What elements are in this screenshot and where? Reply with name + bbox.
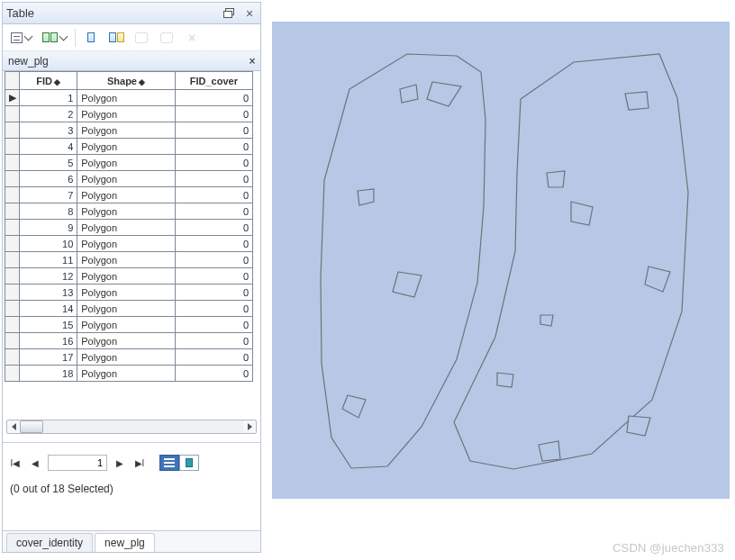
row-header-cell[interactable] bbox=[5, 187, 20, 203]
scroll-right-button[interactable] bbox=[242, 420, 257, 434]
cell-fid[interactable]: 3 bbox=[20, 122, 77, 139]
cell-shape[interactable]: Polygon bbox=[77, 301, 175, 317]
cell-fid[interactable]: 4 bbox=[20, 139, 77, 155]
table-row[interactable]: 16Polygon0 bbox=[5, 333, 253, 349]
cell-fid[interactable]: 8 bbox=[20, 203, 77, 220]
cell-fid[interactable]: 16 bbox=[20, 333, 77, 349]
row-header-cell[interactable] bbox=[5, 139, 20, 155]
cell-shape[interactable]: Polygon bbox=[77, 220, 175, 236]
show-all-records-button[interactable] bbox=[159, 455, 179, 471]
cell-fidcover[interactable]: 0 bbox=[175, 187, 252, 203]
cell-shape[interactable]: Polygon bbox=[77, 366, 175, 382]
cell-shape[interactable]: Polygon bbox=[77, 317, 175, 333]
cell-fidcover[interactable]: 0 bbox=[175, 139, 252, 155]
table-row[interactable]: 9Polygon0 bbox=[5, 220, 253, 236]
cell-fid[interactable]: 17 bbox=[20, 349, 77, 366]
select-by-attributes-button[interactable] bbox=[81, 28, 101, 48]
cell-shape[interactable]: Polygon bbox=[77, 171, 175, 187]
next-record-button[interactable]: ▶ bbox=[113, 456, 127, 470]
row-header-cell[interactable] bbox=[5, 285, 20, 301]
row-header-cell[interactable] bbox=[5, 317, 20, 333]
cell-fid[interactable]: 12 bbox=[20, 268, 77, 285]
row-header-cell[interactable] bbox=[5, 106, 20, 122]
cell-fid[interactable]: 14 bbox=[20, 301, 77, 317]
cell-fid[interactable]: 15 bbox=[20, 317, 77, 333]
restore-window-icon[interactable] bbox=[222, 7, 237, 20]
cell-shape[interactable]: Polygon bbox=[77, 252, 175, 268]
record-index-input[interactable] bbox=[48, 455, 107, 471]
close-panel-icon[interactable]: × bbox=[242, 7, 257, 20]
cell-fid[interactable]: 6 bbox=[20, 171, 77, 187]
scroll-track[interactable] bbox=[20, 420, 243, 434]
row-header-cell[interactable] bbox=[5, 252, 20, 268]
cell-fid[interactable]: 9 bbox=[20, 220, 77, 236]
column-header-shape[interactable]: Shape◆ bbox=[77, 72, 175, 90]
column-header-fid[interactable]: FID◆ bbox=[20, 72, 77, 90]
cell-fidcover[interactable]: 0 bbox=[175, 106, 252, 122]
last-record-button[interactable]: ▶I bbox=[132, 456, 147, 470]
row-header-cell[interactable] bbox=[5, 349, 20, 366]
column-header-fidcover[interactable]: FID_cover bbox=[175, 72, 252, 90]
cell-fidcover[interactable]: 0 bbox=[175, 333, 252, 349]
cell-fidcover[interactable]: 0 bbox=[175, 349, 252, 366]
cell-fid[interactable]: 10 bbox=[20, 236, 77, 252]
table-row[interactable]: 3Polygon0 bbox=[5, 122, 253, 139]
cell-fidcover[interactable]: 0 bbox=[175, 155, 252, 171]
row-header-cell[interactable] bbox=[5, 333, 20, 349]
cell-fidcover[interactable]: 0 bbox=[175, 285, 252, 301]
table-row[interactable]: 10Polygon0 bbox=[5, 236, 253, 252]
related-tables-menu[interactable] bbox=[40, 28, 69, 48]
map-canvas[interactable] bbox=[272, 22, 730, 499]
cell-fid[interactable]: 2 bbox=[20, 106, 77, 122]
cell-shape[interactable]: Polygon bbox=[77, 203, 175, 220]
table-row[interactable]: 5Polygon0 bbox=[5, 155, 253, 171]
cell-fidcover[interactable]: 0 bbox=[175, 252, 252, 268]
row-header-cell[interactable] bbox=[5, 171, 20, 187]
table-row[interactable]: 17Polygon0 bbox=[5, 349, 253, 366]
switch-selection-button[interactable] bbox=[106, 28, 126, 48]
tab-cover-identity[interactable]: cover_identity bbox=[6, 533, 93, 552]
row-header-cell[interactable] bbox=[5, 220, 20, 236]
cell-shape[interactable]: Polygon bbox=[77, 349, 175, 366]
table-horizontal-scrollbar[interactable] bbox=[6, 419, 257, 435]
previous-record-button[interactable]: ◀ bbox=[28, 456, 42, 470]
table-row[interactable]: 6Polygon0 bbox=[5, 171, 253, 187]
cell-fid[interactable]: 11 bbox=[20, 252, 77, 268]
row-header-cell[interactable] bbox=[5, 366, 20, 382]
cell-fidcover[interactable]: 0 bbox=[175, 220, 252, 236]
table-row[interactable]: 7Polygon0 bbox=[5, 187, 253, 203]
cell-fidcover[interactable]: 0 bbox=[175, 171, 252, 187]
table-row[interactable]: ▶1Polygon0 bbox=[5, 90, 253, 106]
table-row[interactable]: 2Polygon0 bbox=[5, 106, 253, 122]
row-header-cell[interactable] bbox=[5, 203, 20, 220]
cell-fidcover[interactable]: 0 bbox=[175, 236, 252, 252]
table-row[interactable]: 4Polygon0 bbox=[5, 139, 253, 155]
cell-fidcover[interactable]: 0 bbox=[175, 366, 252, 382]
table-row[interactable]: 18Polygon0 bbox=[5, 366, 253, 382]
cell-fid[interactable]: 1 bbox=[20, 90, 77, 106]
cell-shape[interactable]: Polygon bbox=[77, 122, 175, 139]
table-row[interactable]: 8Polygon0 bbox=[5, 203, 253, 220]
cell-fid[interactable]: 5 bbox=[20, 155, 77, 171]
cell-fid[interactable]: 7 bbox=[20, 187, 77, 203]
cell-fid[interactable]: 18 bbox=[20, 366, 77, 382]
scroll-thumb[interactable] bbox=[20, 420, 43, 433]
close-layer-icon[interactable]: × bbox=[244, 55, 260, 68]
cell-fidcover[interactable]: 0 bbox=[175, 301, 252, 317]
row-header-cell[interactable] bbox=[5, 236, 20, 252]
table-row[interactable]: 15Polygon0 bbox=[5, 317, 253, 333]
cell-shape[interactable]: Polygon bbox=[77, 139, 175, 155]
table-options-menu[interactable] bbox=[8, 28, 34, 48]
row-header-cell[interactable]: ▶ bbox=[5, 90, 20, 106]
table-row[interactable]: 11Polygon0 bbox=[5, 252, 253, 268]
cell-fidcover[interactable]: 0 bbox=[175, 268, 252, 285]
cell-shape[interactable]: Polygon bbox=[77, 90, 175, 106]
table-row[interactable]: 12Polygon0 bbox=[5, 268, 253, 285]
cell-fidcover[interactable]: 0 bbox=[175, 317, 252, 333]
cell-shape[interactable]: Polygon bbox=[77, 106, 175, 122]
cell-shape[interactable]: Polygon bbox=[77, 268, 175, 285]
cell-fidcover[interactable]: 0 bbox=[175, 203, 252, 220]
show-selected-records-button[interactable] bbox=[179, 455, 199, 471]
cell-shape[interactable]: Polygon bbox=[77, 155, 175, 171]
scroll-left-button[interactable] bbox=[6, 420, 21, 434]
